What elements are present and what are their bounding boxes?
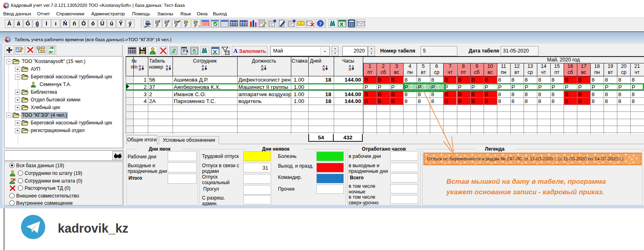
svg-text:2: 2 bbox=[173, 49, 175, 53]
svg-text:Я: Я bbox=[202, 67, 204, 71]
svg-text:?: ? bbox=[319, 21, 322, 27]
svg-text:Я: Я bbox=[322, 67, 325, 71]
svg-text:Я: Я bbox=[139, 67, 141, 71]
svg-text:Я: Я bbox=[349, 67, 351, 71]
svg-text:Я: Я bbox=[261, 67, 263, 71]
svg-text:Я: Я bbox=[166, 67, 168, 71]
